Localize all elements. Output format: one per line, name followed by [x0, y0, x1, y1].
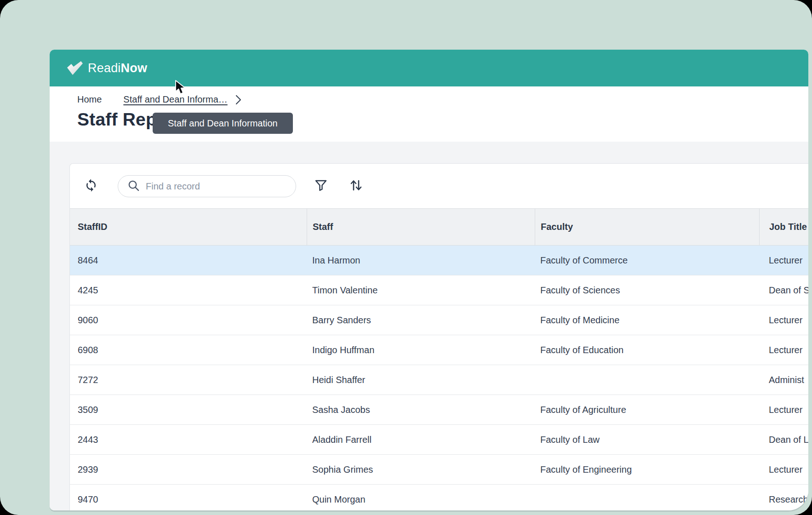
chevron-right-icon	[109, 94, 115, 105]
table-row[interactable]: 2443Aladdin FarrellFaculty of LawDean of…	[70, 425, 808, 455]
cell-staff: Heidi Shaffer	[307, 365, 535, 395]
table-row[interactable]: 9060Barry SandersFaculty of MedicineLect…	[70, 305, 808, 335]
refresh-icon	[84, 178, 98, 194]
cell-staff-id: 2443	[70, 425, 307, 454]
report-card: StaffID Staff Faculty Job Title 8464Ina …	[69, 163, 808, 510]
breadcrumb: Home Staff and Dean Informa…	[77, 92, 241, 106]
breadcrumb-tooltip: Staff and Dean Information	[153, 113, 293, 134]
cell-faculty: Faculty of Education	[535, 335, 759, 365]
filter-funnel-icon	[314, 178, 328, 194]
search-box	[118, 175, 296, 197]
table-row[interactable]: 6908Indigo HuffmanFaculty of EducationLe…	[70, 335, 808, 365]
cell-faculty: Faculty of Sciences	[535, 275, 759, 305]
cell-staff: Sophia Grimes	[307, 455, 535, 484]
column-header-staffid[interactable]: StaffID	[70, 209, 307, 245]
cell-staff-id: 4245	[70, 275, 307, 305]
cell-faculty	[535, 365, 759, 395]
check-swoosh-icon	[66, 61, 84, 76]
cell-staff-id: 6908	[70, 335, 307, 365]
cell-job-title: Lecturer	[759, 395, 808, 424]
cell-job-title: Lecturer	[759, 305, 808, 335]
cell-job-title: Administ	[759, 365, 808, 395]
sort-arrows-icon	[349, 178, 363, 194]
report-toolbar	[70, 164, 808, 208]
cell-staff: Quin Morgan	[307, 485, 535, 510]
cell-faculty	[535, 485, 759, 510]
report-area: StaffID Staff Faculty Job Title 8464Ina …	[50, 142, 808, 510]
table-row[interactable]: 7272Heidi ShafferAdminist	[70, 365, 808, 395]
readinow-logo[interactable]: ReadiNow	[66, 61, 147, 76]
logo-wordmark: ReadiNow	[88, 61, 147, 75]
cell-staff: Barry Sanders	[307, 305, 535, 335]
cell-staff: Aladdin Farrell	[307, 425, 535, 454]
search-input[interactable]	[146, 181, 279, 192]
table-row[interactable]: 8464Ina HarmonFaculty of CommerceLecture…	[70, 246, 808, 275]
cell-faculty: Faculty of Engineering	[535, 455, 759, 484]
table-row[interactable]: 3509Sasha JacobsFaculty of AgricultureLe…	[70, 395, 808, 425]
column-header-jobtitle[interactable]: Job Title	[759, 209, 808, 245]
app-window: ReadiNow Home Staff and Dean Informa… St…	[50, 50, 808, 510]
cell-staff-id: 8464	[70, 246, 307, 275]
desktop-background: ReadiNow Home Staff and Dean Informa… St…	[0, 0, 812, 515]
column-header-staff[interactable]: Staff	[307, 209, 535, 245]
breadcrumb-home[interactable]: Home	[77, 94, 102, 105]
sort-button[interactable]	[348, 177, 364, 194]
cell-faculty: Faculty of Law	[535, 425, 759, 454]
cell-staff-id: 3509	[70, 395, 307, 424]
cell-faculty: Faculty of Medicine	[535, 305, 759, 335]
chevron-right-icon	[235, 94, 241, 105]
table-row[interactable]: 9470Quin MorganResearch	[70, 485, 808, 510]
refresh-button[interactable]	[83, 177, 99, 194]
cell-staff-id: 9470	[70, 485, 307, 510]
cell-job-title: Research	[759, 485, 808, 510]
cell-job-title: Lecturer	[759, 335, 808, 365]
table-header-row: StaffID Staff Faculty Job Title	[70, 208, 808, 246]
app-header-bar: ReadiNow	[50, 50, 808, 86]
table-row[interactable]: 4245Timon ValentineFaculty of SciencesDe…	[70, 275, 808, 305]
cell-job-title: Lecturer	[759, 455, 808, 484]
cell-job-title: Dean of S	[759, 275, 808, 305]
cell-staff-id: 2939	[70, 455, 307, 484]
mouse-cursor-icon	[175, 80, 189, 97]
search-icon	[127, 179, 140, 194]
cell-faculty: Faculty of Commerce	[535, 246, 759, 275]
cell-staff: Ina Harmon	[307, 246, 535, 275]
table-body: 8464Ina HarmonFaculty of CommerceLecture…	[70, 246, 808, 510]
cell-staff-id: 7272	[70, 365, 307, 395]
cell-faculty: Faculty of Agriculture	[535, 395, 759, 424]
filter-button[interactable]	[313, 177, 329, 194]
cell-staff: Sasha Jacobs	[307, 395, 535, 424]
cell-staff: Indigo Huffman	[307, 335, 535, 365]
column-header-faculty[interactable]: Faculty	[535, 209, 759, 245]
cell-staff: Timon Valentine	[307, 275, 535, 305]
cell-job-title: Lecturer	[759, 246, 808, 275]
cell-job-title: Dean of L	[759, 425, 808, 454]
cell-staff-id: 9060	[70, 305, 307, 335]
table-row[interactable]: 2939Sophia GrimesFaculty of EngineeringL…	[70, 455, 808, 485]
